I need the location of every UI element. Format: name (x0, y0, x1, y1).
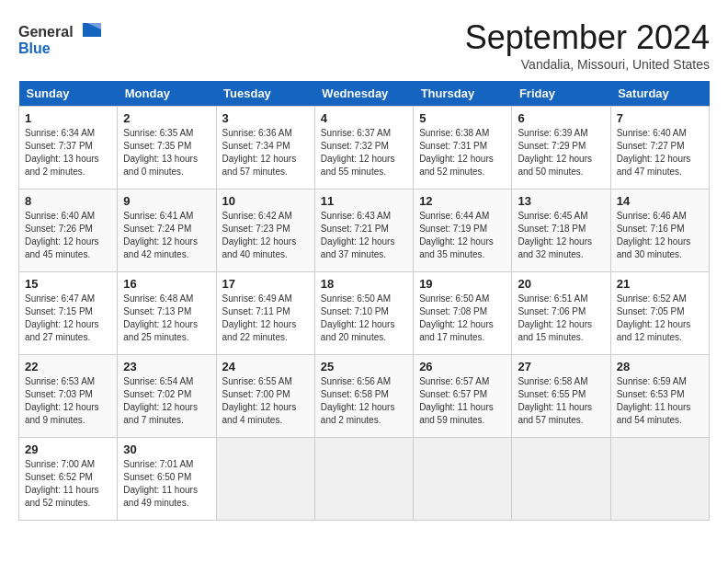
day-info: Sunrise: 6:49 AM Sunset: 7:11 PM Dayligh… (222, 293, 309, 344)
day-info: Sunrise: 7:01 AM Sunset: 6:50 PM Dayligh… (123, 458, 210, 510)
calendar-week-row: 1Sunrise: 6:34 AM Sunset: 7:37 PM Daylig… (19, 107, 710, 190)
day-info: Sunrise: 6:46 AM Sunset: 7:16 PM Dayligh… (617, 210, 703, 261)
day-number: 25 (321, 360, 407, 373)
calendar-cell: 2Sunrise: 6:35 AM Sunset: 7:35 PM Daylig… (118, 107, 216, 190)
calendar-cell: 15Sunrise: 6:47 AM Sunset: 7:15 PM Dayli… (19, 272, 118, 355)
calendar-cell: 26Sunrise: 6:57 AM Sunset: 6:57 PM Dayli… (414, 355, 512, 438)
day-info: Sunrise: 6:50 AM Sunset: 7:10 PM Dayligh… (321, 293, 407, 344)
day-info: Sunrise: 6:35 AM Sunset: 7:35 PM Dayligh… (123, 127, 210, 178)
calendar-cell: 29Sunrise: 7:00 AM Sunset: 6:52 PM Dayli… (19, 438, 118, 521)
day-number: 5 (419, 111, 506, 125)
day-info: Sunrise: 6:52 AM Sunset: 7:05 PM Dayligh… (617, 293, 703, 344)
day-number: 15 (25, 277, 111, 291)
calendar-cell: 20Sunrise: 6:51 AM Sunset: 7:06 PM Dayli… (512, 272, 610, 355)
day-number: 27 (518, 360, 604, 373)
day-info: Sunrise: 6:48 AM Sunset: 7:13 PM Dayligh… (123, 293, 210, 344)
calendar-week-row: 8Sunrise: 6:40 AM Sunset: 7:26 PM Daylig… (19, 190, 710, 272)
day-info: Sunrise: 6:57 AM Sunset: 6:57 PM Dayligh… (419, 375, 506, 427)
day-info: Sunrise: 6:42 AM Sunset: 7:23 PM Dayligh… (222, 210, 309, 261)
day-number: 30 (123, 442, 210, 456)
day-number: 11 (321, 194, 407, 208)
calendar-cell: 10Sunrise: 6:42 AM Sunset: 7:23 PM Dayli… (216, 190, 314, 272)
day-info: Sunrise: 6:53 AM Sunset: 7:03 PM Dayligh… (25, 375, 111, 427)
calendar-cell: 3Sunrise: 6:36 AM Sunset: 7:34 PM Daylig… (216, 107, 314, 190)
calendar-cell: 6Sunrise: 6:39 AM Sunset: 7:29 PM Daylig… (512, 107, 610, 190)
calendar-cell: 25Sunrise: 6:56 AM Sunset: 6:58 PM Dayli… (314, 355, 413, 438)
day-number: 28 (617, 360, 703, 373)
day-info: Sunrise: 6:40 AM Sunset: 7:26 PM Dayligh… (25, 210, 111, 261)
day-number: 9 (123, 194, 210, 208)
calendar-cell: 16Sunrise: 6:48 AM Sunset: 7:13 PM Dayli… (118, 272, 216, 355)
day-number: 6 (518, 111, 604, 125)
calendar-cell (414, 438, 512, 521)
calendar-cell (216, 438, 314, 521)
calendar-week-row: 22Sunrise: 6:53 AM Sunset: 7:03 PM Dayli… (19, 355, 710, 438)
day-number: 1 (25, 111, 111, 125)
svg-text:General: General (18, 24, 74, 40)
calendar-cell: 13Sunrise: 6:45 AM Sunset: 7:18 PM Dayli… (512, 190, 610, 272)
day-info: Sunrise: 6:58 AM Sunset: 6:55 PM Dayligh… (518, 375, 604, 427)
col-friday: Friday (512, 81, 610, 107)
day-info: Sunrise: 6:45 AM Sunset: 7:18 PM Dayligh… (518, 210, 604, 261)
day-number: 18 (321, 277, 407, 291)
day-info: Sunrise: 6:40 AM Sunset: 7:27 PM Dayligh… (617, 127, 703, 178)
day-number: 20 (518, 277, 604, 291)
title-area: September 2024 Vandalia, Missouri, Unite… (465, 18, 710, 72)
calendar-week-row: 15Sunrise: 6:47 AM Sunset: 7:15 PM Dayli… (19, 272, 710, 355)
calendar-cell: 5Sunrise: 6:38 AM Sunset: 7:31 PM Daylig… (414, 107, 512, 190)
calendar-cell: 23Sunrise: 6:54 AM Sunset: 7:02 PM Dayli… (118, 355, 216, 438)
col-tuesday: Tuesday (216, 81, 314, 107)
calendar-cell: 22Sunrise: 6:53 AM Sunset: 7:03 PM Dayli… (19, 355, 118, 438)
month-title: September 2024 (465, 18, 710, 57)
calendar-cell: 18Sunrise: 6:50 AM Sunset: 7:10 PM Dayli… (314, 272, 413, 355)
col-sunday: Sunday (19, 81, 118, 107)
day-info: Sunrise: 6:54 AM Sunset: 7:02 PM Dayligh… (123, 375, 210, 427)
day-info: Sunrise: 6:47 AM Sunset: 7:15 PM Dayligh… (25, 293, 111, 344)
calendar-cell: 24Sunrise: 6:55 AM Sunset: 7:00 PM Dayli… (216, 355, 314, 438)
page-header: General Blue September 2024 Vandalia, Mi… (18, 18, 710, 72)
day-number: 10 (222, 194, 309, 208)
day-number: 22 (25, 360, 111, 373)
svg-text:Blue: Blue (18, 40, 51, 56)
day-info: Sunrise: 6:44 AM Sunset: 7:19 PM Dayligh… (419, 210, 506, 261)
calendar-cell: 27Sunrise: 6:58 AM Sunset: 6:55 PM Dayli… (512, 355, 610, 438)
calendar-cell: 9Sunrise: 6:41 AM Sunset: 7:24 PM Daylig… (118, 190, 216, 272)
day-info: Sunrise: 7:00 AM Sunset: 6:52 PM Dayligh… (25, 458, 111, 510)
col-wednesday: Wednesday (314, 81, 413, 107)
col-saturday: Saturday (610, 81, 709, 107)
calendar-cell: 30Sunrise: 7:01 AM Sunset: 6:50 PM Dayli… (118, 438, 216, 521)
day-info: Sunrise: 6:59 AM Sunset: 6:53 PM Dayligh… (617, 375, 703, 427)
day-number: 2 (123, 111, 210, 125)
calendar-body: 1Sunrise: 6:34 AM Sunset: 7:37 PM Daylig… (19, 107, 710, 521)
calendar-cell: 19Sunrise: 6:50 AM Sunset: 7:08 PM Dayli… (414, 272, 512, 355)
day-number: 29 (25, 442, 111, 456)
day-number: 13 (518, 194, 604, 208)
day-number: 26 (419, 360, 506, 373)
day-info: Sunrise: 6:43 AM Sunset: 7:21 PM Dayligh… (321, 210, 407, 261)
calendar-cell: 11Sunrise: 6:43 AM Sunset: 7:21 PM Dayli… (314, 190, 413, 272)
calendar-cell: 12Sunrise: 6:44 AM Sunset: 7:19 PM Dayli… (414, 190, 512, 272)
day-number: 19 (419, 277, 506, 291)
col-monday: Monday (118, 81, 216, 107)
logo: General Blue (18, 18, 101, 60)
calendar-cell: 8Sunrise: 6:40 AM Sunset: 7:26 PM Daylig… (19, 190, 118, 272)
calendar-cell: 1Sunrise: 6:34 AM Sunset: 7:37 PM Daylig… (19, 107, 118, 190)
day-number: 8 (25, 194, 111, 208)
day-number: 7 (617, 111, 703, 125)
calendar-cell: 14Sunrise: 6:46 AM Sunset: 7:16 PM Dayli… (610, 190, 709, 272)
day-number: 14 (617, 194, 703, 208)
day-number: 3 (222, 111, 309, 125)
day-number: 12 (419, 194, 506, 208)
day-number: 17 (222, 277, 309, 291)
day-number: 21 (617, 277, 703, 291)
logo-icon: General Blue (18, 18, 101, 60)
day-info: Sunrise: 6:38 AM Sunset: 7:31 PM Dayligh… (419, 127, 506, 178)
calendar-cell: 17Sunrise: 6:49 AM Sunset: 7:11 PM Dayli… (216, 272, 314, 355)
day-info: Sunrise: 6:36 AM Sunset: 7:34 PM Dayligh… (222, 127, 309, 178)
day-number: 24 (222, 360, 309, 373)
calendar-cell: 7Sunrise: 6:40 AM Sunset: 7:27 PM Daylig… (610, 107, 709, 190)
day-info: Sunrise: 6:56 AM Sunset: 6:58 PM Dayligh… (321, 375, 407, 427)
calendar-table: Sunday Monday Tuesday Wednesday Thursday… (18, 81, 710, 521)
calendar-week-row: 29Sunrise: 7:00 AM Sunset: 6:52 PM Dayli… (19, 438, 710, 521)
calendar-cell (512, 438, 610, 521)
